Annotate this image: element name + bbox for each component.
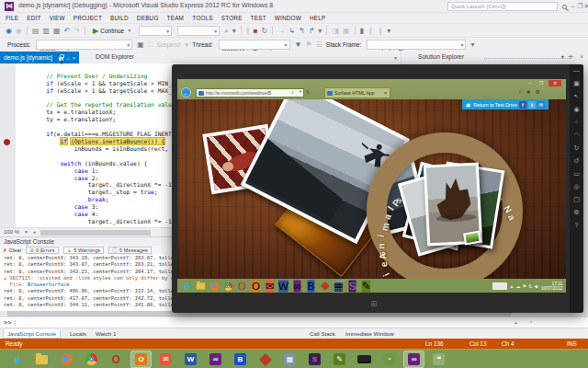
- menu-item-store[interactable]: STORE: [221, 15, 243, 21]
- tab-locals[interactable]: Locals: [66, 329, 90, 338]
- home-icon[interactable]: ⌂: [518, 88, 522, 94]
- redo-icon[interactable]: ↷: [74, 25, 80, 37]
- sim-taskbar-icon-firefox[interactable]: [210, 282, 219, 290]
- output-icon[interactable]: ▣: [343, 25, 350, 37]
- rotate-gesture-icon[interactable]: ◠: [570, 129, 583, 142]
- sim-taskbar-icon-explorer[interactable]: [197, 282, 205, 290]
- refresh-icon[interactable]: ↻: [306, 89, 311, 95]
- ie-close-button[interactable]: ✕: [548, 80, 561, 86]
- sim-taskbar-icon-ie[interactable]: e: [183, 282, 191, 290]
- menu-item-team[interactable]: TEAM: [167, 15, 185, 21]
- address-search-icon[interactable]: ⌕: [291, 89, 294, 96]
- se-pin-icon[interactable]: ✛: [569, 53, 573, 61]
- console-input-row[interactable]: >> | ▸ ⌃: [0, 316, 588, 328]
- sim-taskbar-icon-outlook[interactable]: O: [252, 282, 260, 290]
- rotate-ccw-icon[interactable]: ↺: [570, 155, 583, 167]
- zoom-dd-icon[interactable]: ▼: [24, 229, 28, 235]
- restart-icon[interactable]: ↻: [262, 25, 268, 37]
- settings-gear-icon[interactable]: ⚙: [570, 206, 583, 219]
- menu-item-build[interactable]: BUILD: [110, 15, 129, 21]
- sim-taskbar-icon-quill[interactable]: ✎: [362, 282, 370, 290]
- always-on-top-icon[interactable]: ▣: [570, 77, 583, 90]
- favorites-star-icon[interactable]: ★: [526, 88, 531, 95]
- taskbar-icon-expression[interactable]: S: [305, 351, 324, 367]
- taskbar-icon-firefox[interactable]: [57, 351, 76, 367]
- nav-forward-icon[interactable]: ◉: [16, 25, 22, 37]
- stack-frame-dropdown[interactable]: manipulateElement▼: [367, 40, 466, 50]
- run-input-icon[interactable]: ▸: [514, 319, 518, 326]
- taskbar-icon-ie[interactable]: e: [7, 351, 27, 367]
- errors-toggle[interactable]: ⊘0 Errors: [26, 247, 58, 254]
- taskbar-icon-photo-viewer[interactable]: ▦: [280, 351, 300, 367]
- sim-taskbar-icon-chrome[interactable]: [224, 282, 232, 290]
- taskbar-icon-opera[interactable]: O: [107, 351, 126, 367]
- ie-maximize-button[interactable]: ❐: [537, 80, 546, 86]
- menu-item-test[interactable]: TEST: [251, 15, 266, 21]
- tools-gear-icon[interactable]: ⚙: [536, 88, 540, 95]
- taskbar-icon-outlook[interactable]: O: [131, 351, 151, 367]
- step-into-icon[interactable]: ↳: [288, 25, 295, 37]
- rotate-cw-icon[interactable]: ↻: [570, 142, 583, 155]
- menu-item-debug[interactable]: DEBUG: [137, 15, 159, 21]
- open-file-icon[interactable]: ▤: [32, 25, 40, 37]
- console-clear-button[interactable]: ✗Clear: [3, 247, 21, 253]
- menu-item-edit[interactable]: EDIT: [27, 15, 40, 21]
- sim-taskbar-icon-red-app[interactable]: [321, 282, 329, 290]
- taskbar-icon-visual-studio-2[interactable]: ∞: [404, 351, 424, 367]
- suspend-label[interactable]: Suspend: [156, 41, 180, 48]
- fmt2-icon[interactable]: ❙: [378, 25, 384, 37]
- surface-app-content[interactable]: CitiesAnimalsPeopleBeachesNasAll: [177, 99, 566, 279]
- sim-taskbar-icon-blend[interactable]: B: [307, 282, 315, 290]
- tab-watch-1[interactable]: Watch 1: [92, 329, 119, 338]
- sim-taskbar-icon-mail[interactable]: ✉: [266, 282, 274, 290]
- more-dd3-icon[interactable]: ▾: [387, 25, 390, 37]
- tab-javascript-console[interactable]: JavaScript Console: [3, 329, 61, 339]
- toolbar-options-icon[interactable]: ▾: [470, 39, 474, 51]
- scroll-left-icon[interactable]: ◂: [33, 229, 36, 235]
- taskbar-icon-mail[interactable]: ✉: [156, 351, 175, 367]
- menu-item-file[interactable]: FILE: [6, 15, 18, 21]
- taskbar-icon-explorer[interactable]: [32, 351, 51, 367]
- breakpoint-gutter[interactable]: [0, 63, 16, 227]
- screenshot-icon[interactable]: ▢: [570, 193, 583, 206]
- taskbar-icon-blend[interactable]: B: [231, 351, 250, 367]
- filter-icon[interactable]: ▼: [295, 39, 302, 51]
- browser-back-button[interactable]: ←: [181, 87, 191, 98]
- zoom-level[interactable]: 100 %: [4, 229, 19, 235]
- collapse-icon[interactable]: ⌃: [529, 319, 533, 326]
- continue-button[interactable]: ▶ Continue ▼: [90, 25, 134, 36]
- close-button[interactable]: ✕: [582, 1, 588, 11]
- undo-icon[interactable]: ↶: [64, 25, 71, 37]
- taskbar-icon-palette[interactable]: ◔: [379, 351, 399, 367]
- simulator-window[interactable]: – ❐ ✕ ← http://ie.microsoft.com/testdriv…: [172, 64, 583, 313]
- browser-tab-close-icon[interactable]: ×: [384, 88, 387, 98]
- menu-item-window[interactable]: WINDOW: [275, 15, 301, 21]
- twitter-icon[interactable]: t: [528, 101, 536, 109]
- cloud-icon[interactable]: ☁: [515, 283, 520, 289]
- search-icon[interactable]: [562, 5, 567, 9]
- debug-target-dropdown[interactable]: ▼: [139, 26, 172, 36]
- step-out-icon[interactable]: ↱: [309, 25, 315, 37]
- quick-launch-input[interactable]: Quick Launch (Ctrl+Q): [447, 2, 558, 11]
- taskbar-icon-visual-studio[interactable]: ∞: [206, 351, 225, 367]
- find-icon[interactable]: ⌕: [224, 25, 228, 37]
- address-bar[interactable]: http://ie.microsoft.com/testdrive/B: [196, 88, 304, 98]
- windows-logo-icon[interactable]: ⊞: [370, 300, 379, 307]
- process-dropdown[interactable]: [8412] iexplore.exe▼: [36, 40, 132, 50]
- tab-call-stack[interactable]: Call Stack: [306, 329, 339, 338]
- volume-icon[interactable]: ◀: [534, 283, 537, 289]
- address-dd-icon[interactable]: ▼: [299, 89, 302, 94]
- more-dd-icon[interactable]: ▾: [232, 25, 236, 37]
- taskbar-icon-word[interactable]: W: [181, 351, 200, 367]
- tab-overflow-icon[interactable]: ▼: [393, 55, 398, 61]
- sim-taskbar-icon-word[interactable]: W: [279, 282, 288, 290]
- save-all-icon[interactable]: ▦: [53, 25, 61, 37]
- tray-up-icon[interactable]: ▲: [510, 283, 514, 289]
- fmt1-icon[interactable]: ❙: [368, 25, 374, 37]
- menu-item-view[interactable]: VIEW: [50, 15, 65, 21]
- nav-back-icon[interactable]: ◉: [6, 25, 12, 37]
- save-icon[interactable]: ▥: [43, 25, 51, 37]
- ie-minimize-button[interactable]: –: [526, 80, 535, 86]
- show-next-statement-icon[interactable]: →: [277, 25, 285, 37]
- network-icon[interactable]: ⇅: [528, 283, 532, 289]
